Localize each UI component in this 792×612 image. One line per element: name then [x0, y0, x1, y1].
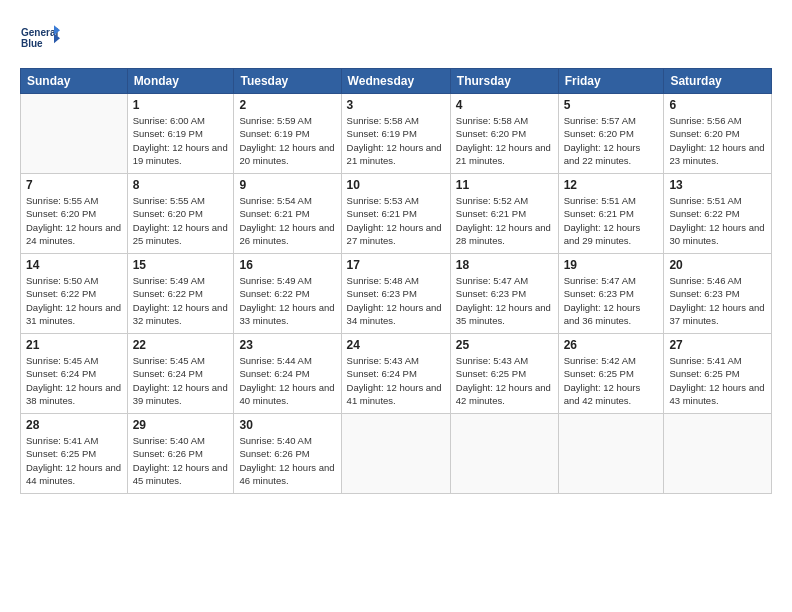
day-number: 17 — [347, 258, 445, 272]
day-number: 6 — [669, 98, 766, 112]
calendar-cell: 6Sunrise: 5:56 AM Sunset: 6:20 PM Daylig… — [664, 94, 772, 174]
day-number: 9 — [239, 178, 335, 192]
day-info: Sunrise: 5:51 AM Sunset: 6:22 PM Dayligh… — [669, 194, 766, 247]
calendar-cell: 11Sunrise: 5:52 AM Sunset: 6:21 PM Dayli… — [450, 174, 558, 254]
day-info: Sunrise: 5:47 AM Sunset: 6:23 PM Dayligh… — [456, 274, 553, 327]
logo-svg: General Blue — [20, 18, 60, 58]
calendar-cell: 1Sunrise: 6:00 AM Sunset: 6:19 PM Daylig… — [127, 94, 234, 174]
day-info: Sunrise: 5:55 AM Sunset: 6:20 PM Dayligh… — [133, 194, 229, 247]
calendar-cell: 14Sunrise: 5:50 AM Sunset: 6:22 PM Dayli… — [21, 254, 128, 334]
calendar-header-monday: Monday — [127, 69, 234, 94]
calendar-cell — [450, 414, 558, 494]
day-info: Sunrise: 5:46 AM Sunset: 6:23 PM Dayligh… — [669, 274, 766, 327]
svg-text:Blue: Blue — [21, 38, 43, 49]
day-number: 4 — [456, 98, 553, 112]
day-info: Sunrise: 5:57 AM Sunset: 6:20 PM Dayligh… — [564, 114, 659, 167]
page: General Blue SundayMondayTuesdayWednesda… — [0, 0, 792, 612]
day-number: 12 — [564, 178, 659, 192]
calendar-cell: 13Sunrise: 5:51 AM Sunset: 6:22 PM Dayli… — [664, 174, 772, 254]
calendar-header-thursday: Thursday — [450, 69, 558, 94]
calendar-cell: 5Sunrise: 5:57 AM Sunset: 6:20 PM Daylig… — [558, 94, 664, 174]
day-number: 15 — [133, 258, 229, 272]
day-number: 20 — [669, 258, 766, 272]
calendar-header-saturday: Saturday — [664, 69, 772, 94]
calendar-header-friday: Friday — [558, 69, 664, 94]
calendar-cell: 16Sunrise: 5:49 AM Sunset: 6:22 PM Dayli… — [234, 254, 341, 334]
day-number: 11 — [456, 178, 553, 192]
calendar-cell: 17Sunrise: 5:48 AM Sunset: 6:23 PM Dayli… — [341, 254, 450, 334]
day-number: 10 — [347, 178, 445, 192]
day-info: Sunrise: 5:45 AM Sunset: 6:24 PM Dayligh… — [133, 354, 229, 407]
calendar-week-4: 21Sunrise: 5:45 AM Sunset: 6:24 PM Dayli… — [21, 334, 772, 414]
day-number: 1 — [133, 98, 229, 112]
day-number: 19 — [564, 258, 659, 272]
day-info: Sunrise: 5:41 AM Sunset: 6:25 PM Dayligh… — [26, 434, 122, 487]
day-info: Sunrise: 5:51 AM Sunset: 6:21 PM Dayligh… — [564, 194, 659, 247]
calendar-week-3: 14Sunrise: 5:50 AM Sunset: 6:22 PM Dayli… — [21, 254, 772, 334]
day-number: 27 — [669, 338, 766, 352]
day-number: 5 — [564, 98, 659, 112]
calendar-cell: 22Sunrise: 5:45 AM Sunset: 6:24 PM Dayli… — [127, 334, 234, 414]
calendar-cell: 23Sunrise: 5:44 AM Sunset: 6:24 PM Dayli… — [234, 334, 341, 414]
logo-container: General Blue — [20, 18, 60, 58]
svg-text:General: General — [21, 27, 58, 38]
day-number: 14 — [26, 258, 122, 272]
calendar-cell: 25Sunrise: 5:43 AM Sunset: 6:25 PM Dayli… — [450, 334, 558, 414]
day-number: 13 — [669, 178, 766, 192]
calendar-week-2: 7Sunrise: 5:55 AM Sunset: 6:20 PM Daylig… — [21, 174, 772, 254]
calendar-header-tuesday: Tuesday — [234, 69, 341, 94]
calendar-cell: 19Sunrise: 5:47 AM Sunset: 6:23 PM Dayli… — [558, 254, 664, 334]
day-info: Sunrise: 5:59 AM Sunset: 6:19 PM Dayligh… — [239, 114, 335, 167]
day-info: Sunrise: 6:00 AM Sunset: 6:19 PM Dayligh… — [133, 114, 229, 167]
calendar-cell: 27Sunrise: 5:41 AM Sunset: 6:25 PM Dayli… — [664, 334, 772, 414]
calendar-cell: 7Sunrise: 5:55 AM Sunset: 6:20 PM Daylig… — [21, 174, 128, 254]
day-number: 23 — [239, 338, 335, 352]
calendar-body: 1Sunrise: 6:00 AM Sunset: 6:19 PM Daylig… — [21, 94, 772, 494]
calendar-cell: 15Sunrise: 5:49 AM Sunset: 6:22 PM Dayli… — [127, 254, 234, 334]
day-info: Sunrise: 5:52 AM Sunset: 6:21 PM Dayligh… — [456, 194, 553, 247]
day-number: 25 — [456, 338, 553, 352]
calendar-cell — [341, 414, 450, 494]
calendar-cell: 21Sunrise: 5:45 AM Sunset: 6:24 PM Dayli… — [21, 334, 128, 414]
day-info: Sunrise: 5:47 AM Sunset: 6:23 PM Dayligh… — [564, 274, 659, 327]
calendar-table: SundayMondayTuesdayWednesdayThursdayFrid… — [20, 68, 772, 494]
day-number: 8 — [133, 178, 229, 192]
day-info: Sunrise: 5:55 AM Sunset: 6:20 PM Dayligh… — [26, 194, 122, 247]
day-info: Sunrise: 5:44 AM Sunset: 6:24 PM Dayligh… — [239, 354, 335, 407]
day-number: 22 — [133, 338, 229, 352]
header: General Blue — [20, 18, 772, 58]
day-number: 30 — [239, 418, 335, 432]
calendar-cell: 12Sunrise: 5:51 AM Sunset: 6:21 PM Dayli… — [558, 174, 664, 254]
day-info: Sunrise: 5:54 AM Sunset: 6:21 PM Dayligh… — [239, 194, 335, 247]
calendar-cell: 29Sunrise: 5:40 AM Sunset: 6:26 PM Dayli… — [127, 414, 234, 494]
logo: General Blue — [20, 18, 60, 58]
day-number: 28 — [26, 418, 122, 432]
day-number: 29 — [133, 418, 229, 432]
day-info: Sunrise: 5:43 AM Sunset: 6:25 PM Dayligh… — [456, 354, 553, 407]
calendar-header-row: SundayMondayTuesdayWednesdayThursdayFrid… — [21, 69, 772, 94]
calendar-cell: 3Sunrise: 5:58 AM Sunset: 6:19 PM Daylig… — [341, 94, 450, 174]
calendar-cell: 26Sunrise: 5:42 AM Sunset: 6:25 PM Dayli… — [558, 334, 664, 414]
calendar-cell: 30Sunrise: 5:40 AM Sunset: 6:26 PM Dayli… — [234, 414, 341, 494]
calendar-cell — [21, 94, 128, 174]
day-number: 7 — [26, 178, 122, 192]
calendar-cell: 28Sunrise: 5:41 AM Sunset: 6:25 PM Dayli… — [21, 414, 128, 494]
calendar-cell: 4Sunrise: 5:58 AM Sunset: 6:20 PM Daylig… — [450, 94, 558, 174]
day-info: Sunrise: 5:58 AM Sunset: 6:20 PM Dayligh… — [456, 114, 553, 167]
calendar-cell: 10Sunrise: 5:53 AM Sunset: 6:21 PM Dayli… — [341, 174, 450, 254]
day-info: Sunrise: 5:43 AM Sunset: 6:24 PM Dayligh… — [347, 354, 445, 407]
calendar-cell — [664, 414, 772, 494]
calendar-cell: 2Sunrise: 5:59 AM Sunset: 6:19 PM Daylig… — [234, 94, 341, 174]
day-info: Sunrise: 5:49 AM Sunset: 6:22 PM Dayligh… — [239, 274, 335, 327]
calendar-week-1: 1Sunrise: 6:00 AM Sunset: 6:19 PM Daylig… — [21, 94, 772, 174]
day-info: Sunrise: 5:40 AM Sunset: 6:26 PM Dayligh… — [133, 434, 229, 487]
day-number: 3 — [347, 98, 445, 112]
calendar-cell: 8Sunrise: 5:55 AM Sunset: 6:20 PM Daylig… — [127, 174, 234, 254]
calendar-week-5: 28Sunrise: 5:41 AM Sunset: 6:25 PM Dayli… — [21, 414, 772, 494]
calendar-header-sunday: Sunday — [21, 69, 128, 94]
day-number: 24 — [347, 338, 445, 352]
day-info: Sunrise: 5:56 AM Sunset: 6:20 PM Dayligh… — [669, 114, 766, 167]
day-number: 18 — [456, 258, 553, 272]
calendar-cell: 18Sunrise: 5:47 AM Sunset: 6:23 PM Dayli… — [450, 254, 558, 334]
day-info: Sunrise: 5:50 AM Sunset: 6:22 PM Dayligh… — [26, 274, 122, 327]
